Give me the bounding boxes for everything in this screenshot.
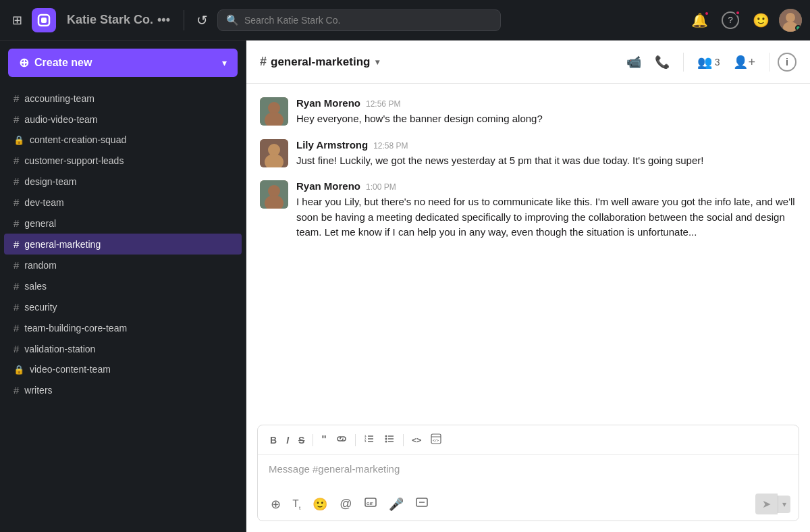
- svg-point-3: [786, 13, 795, 22]
- message-text: Hey everyone, how's the banner design co…: [296, 111, 796, 127]
- unordered-list-button[interactable]: [380, 431, 399, 449]
- workspace-name-label: Katie Stark Co.: [67, 13, 153, 27]
- topbar: ⊞ Katie Stark Co. ••• ↺ 🔍 🔔 ? 🙂: [0, 0, 810, 41]
- channel-name-label: sales: [24, 281, 47, 292]
- sidebar-item-dev-team[interactable]: #dev-team: [4, 192, 242, 213]
- toolbar-sep2: [355, 434, 356, 446]
- sidebar-item-writers[interactable]: #writers: [4, 379, 242, 400]
- channel-name-label: general-marketing: [271, 55, 370, 69]
- channel-name-label: writers: [24, 385, 52, 396]
- help-button[interactable]: ?: [718, 7, 743, 33]
- bold-button[interactable]: B: [266, 432, 281, 448]
- chat-area: # general-marketing ▾ 📹 📞 👥 3 👤+ i: [246, 41, 810, 532]
- history-icon[interactable]: ↺: [192, 8, 212, 32]
- channel-name-header[interactable]: # general-marketing ▾: [260, 55, 379, 69]
- members-icon: 👥: [697, 55, 712, 70]
- message-body: Ryan Moreno12:56 PMHey everyone, how's t…: [296, 97, 796, 127]
- shortcuts-button[interactable]: [411, 493, 433, 515]
- help-dot: [735, 10, 740, 16]
- create-new-button[interactable]: ⊕ Create new ▾: [8, 49, 238, 77]
- channel-name-label: random: [24, 260, 56, 271]
- sidebar: ⊕ Create new ▾ #accounting-team#audio-vi…: [0, 41, 246, 532]
- hash-icon: #: [14, 196, 19, 208]
- notification-dot: [704, 11, 709, 16]
- channel-chevron-icon[interactable]: ▾: [375, 57, 379, 67]
- chat-header: # general-marketing ▾ 📹 📞 👥 3 👤+ i: [246, 41, 810, 84]
- hash-icon: #: [14, 259, 19, 271]
- gif-button[interactable]: GIF: [360, 493, 381, 515]
- svg-point-24: [385, 438, 387, 440]
- message-author: Ryan Moreno: [296, 180, 360, 192]
- table-row: Ryan Moreno12:56 PMHey everyone, how's t…: [260, 97, 796, 127]
- toolbar-sep3: [403, 434, 404, 446]
- audio-button[interactable]: 🎤: [384, 494, 408, 515]
- message-header: Lily Armstrong12:58 PM: [296, 139, 796, 151]
- svg-point-25: [385, 441, 387, 443]
- grid-icon[interactable]: ⊞: [8, 9, 26, 32]
- message-body: Lily Armstrong12:58 PMJust fine! Luckily…: [296, 139, 796, 169]
- video-call-button[interactable]: 📹: [621, 51, 647, 74]
- channel-name-label: team-building-core-team: [24, 323, 127, 334]
- strikethrough-button[interactable]: S: [294, 432, 308, 448]
- sidebar-item-sales[interactable]: #sales: [4, 275, 242, 296]
- add-attachment-button[interactable]: ⊕: [266, 494, 286, 515]
- sidebar-item-customer-support-leads[interactable]: #customer-support-leads: [4, 150, 242, 171]
- code-button[interactable]: <>: [408, 433, 425, 448]
- channel-info-button[interactable]: i: [778, 53, 796, 72]
- sidebar-item-random[interactable]: #random: [4, 255, 242, 275]
- search-input[interactable]: [244, 15, 492, 26]
- topbar-divider: [184, 10, 184, 30]
- hash-icon: #: [14, 217, 19, 229]
- emoji-picker-button[interactable]: 🙂: [308, 494, 332, 515]
- search-bar[interactable]: 🔍: [217, 9, 501, 31]
- add-member-button[interactable]: 👤+: [728, 51, 761, 74]
- workspace-more[interactable]: •••: [157, 13, 170, 27]
- sidebar-item-validation-station[interactable]: #validation-station: [4, 338, 242, 359]
- italic-button[interactable]: I: [282, 432, 293, 448]
- sidebar-item-video-content-team[interactable]: 🔒video-content-team: [4, 359, 242, 379]
- user-avatar[interactable]: [779, 9, 802, 32]
- emoji-button[interactable]: 🙂: [749, 8, 774, 32]
- message-input[interactable]: [258, 455, 799, 487]
- message-text: Just fine! Luckily, we got the news yest…: [296, 153, 796, 169]
- ordered-list-button[interactable]: 1.2.3.: [360, 431, 379, 449]
- message-author: Lily Armstrong: [296, 139, 368, 151]
- sidebar-item-team-building-core-team[interactable]: #team-building-core-team: [4, 317, 242, 338]
- messages-list: Ryan Moreno12:56 PMHey everyone, how's t…: [246, 84, 810, 419]
- blockquote-button[interactable]: ": [317, 431, 331, 449]
- search-icon: 🔍: [226, 14, 239, 26]
- avatar: [260, 97, 288, 126]
- workspace-name[interactable]: Katie Stark Co. •••: [61, 13, 176, 27]
- create-new-text: Create new: [34, 57, 92, 69]
- chevron-down-icon: ▾: [222, 57, 227, 68]
- toolbar-sep1: [313, 434, 313, 446]
- sidebar-item-accounting-team[interactable]: #accounting-team: [4, 88, 242, 109]
- mention-button[interactable]: @: [335, 494, 356, 514]
- channel-hash: #: [260, 55, 267, 69]
- hash-icon: #: [14, 176, 19, 187]
- sidebar-item-audio-video-team[interactable]: #audio-video-team: [4, 109, 242, 130]
- hash-icon: #: [14, 280, 19, 292]
- send-button[interactable]: ➤: [755, 494, 778, 514]
- sidebar-item-content-creation-squad[interactable]: 🔒content-creation-squad: [4, 130, 242, 150]
- send-options-button[interactable]: ▾: [778, 496, 790, 513]
- sidebar-item-security[interactable]: #security: [4, 296, 242, 317]
- sidebar-item-general-marketing[interactable]: #general-marketing: [4, 234, 242, 255]
- link-button[interactable]: [332, 431, 351, 449]
- code-block-button[interactable]: </>: [427, 431, 446, 449]
- header-divider2: [769, 53, 770, 72]
- sidebar-item-design-team[interactable]: #design-team: [4, 171, 242, 192]
- hash-icon: #: [14, 343, 19, 354]
- sidebar-item-general[interactable]: #general: [4, 213, 242, 234]
- header-divider: [683, 53, 684, 72]
- notifications-button[interactable]: 🔔: [687, 8, 712, 32]
- svg-point-23: [385, 435, 387, 437]
- channel-name-label: video-content-team: [30, 364, 111, 375]
- format-text-button[interactable]: Ꭲt: [288, 494, 305, 514]
- hash-icon: #: [14, 301, 19, 313]
- svg-text:GIF: GIF: [367, 502, 373, 506]
- channel-list: #accounting-team#audio-video-team🔒conten…: [0, 85, 246, 532]
- message-header: Ryan Moreno12:56 PM: [296, 97, 796, 109]
- members-button[interactable]: 👥 3: [692, 51, 726, 74]
- phone-call-button[interactable]: 📞: [649, 51, 675, 74]
